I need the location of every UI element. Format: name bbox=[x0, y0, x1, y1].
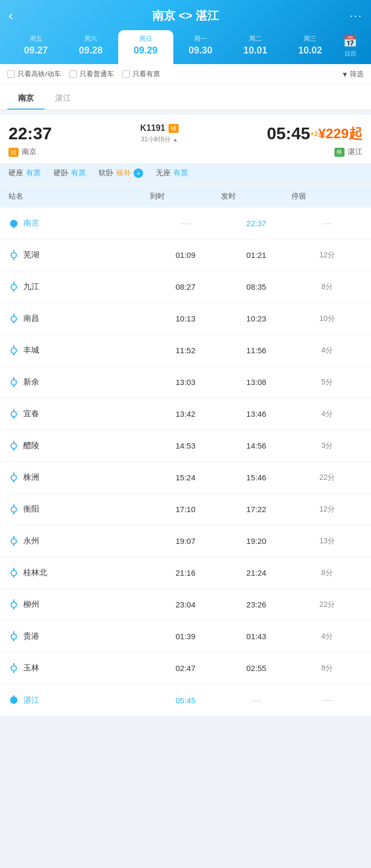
calendar-icon: 📅 bbox=[343, 34, 357, 48]
arrive-time-cell: 19:07 bbox=[150, 536, 221, 545]
dot-filled bbox=[10, 220, 17, 227]
depart-time-cell: ---- bbox=[221, 696, 292, 705]
filter-item[interactable]: 只看高铁/动车 bbox=[7, 69, 61, 79]
station-name-text: 贵港 bbox=[23, 631, 39, 641]
plus-circle[interactable]: + bbox=[134, 168, 143, 178]
filter-item[interactable]: 只看普通车 bbox=[69, 69, 114, 79]
dot-empty bbox=[11, 665, 17, 672]
arrive-time-cell: 05:45 bbox=[150, 696, 221, 705]
dot-empty bbox=[11, 443, 17, 449]
terminal-badge: 终 bbox=[334, 148, 344, 157]
filter-button[interactable]: ▼筛选 bbox=[341, 69, 364, 79]
depart-time-cell: 17:22 bbox=[221, 505, 292, 514]
date-tab-10.01[interactable]: 周二10.01 bbox=[228, 30, 283, 64]
station-name-col: 南昌 bbox=[8, 314, 150, 324]
arrive-time-cell: 10:13 bbox=[150, 314, 221, 323]
table-row: 永州19:0719:2013分 bbox=[0, 525, 371, 557]
station-name-text: 南昌 bbox=[23, 314, 39, 324]
table-row: 南昌10:1310:2310分 bbox=[0, 303, 371, 335]
station-name-col: 南京 bbox=[8, 218, 150, 228]
filter-icon: ▼ bbox=[341, 70, 348, 78]
train-card-top: 22:37 K1191 铺 31小时8分 ▲ 05:45+2 ¥229起 bbox=[8, 123, 363, 144]
depart-time-cell: 22:37 bbox=[221, 219, 292, 228]
header: ‹ 南京 <> 湛江 ··· 周五09.27周六09.28周日09.29周一09… bbox=[0, 0, 371, 64]
table-header-cell: 发时 bbox=[221, 192, 292, 201]
station-name-col: 新余 bbox=[8, 377, 150, 387]
train-middle: K1191 铺 31小时8分 ▲ bbox=[52, 123, 267, 144]
dot-empty bbox=[11, 379, 17, 386]
date-tab-09.30[interactable]: 周一09.30 bbox=[173, 30, 228, 64]
stay-time-cell: 10分 bbox=[292, 314, 363, 324]
arrive-time-cell: 17:10 bbox=[150, 505, 221, 514]
station-name-text: 九江 bbox=[23, 282, 39, 292]
table-row: 新余13:0313:085分 bbox=[0, 366, 371, 398]
arrive-time-cell: 01:09 bbox=[150, 250, 221, 259]
arrive-time-cell: 21:16 bbox=[150, 568, 221, 577]
terminal-station: 湛江 bbox=[348, 147, 363, 157]
arrive-time-cell: 13:03 bbox=[150, 378, 221, 387]
seat-item: 软卧候补+ bbox=[99, 168, 143, 178]
stay-time-cell: 8分 bbox=[292, 282, 363, 292]
date-tab-09.29[interactable]: 周日09.29 bbox=[118, 30, 173, 64]
station-name-text: 丰城 bbox=[23, 345, 39, 355]
arrive-time-cell: 11:52 bbox=[150, 346, 221, 355]
depart-time-cell: 15:46 bbox=[221, 473, 292, 482]
date-tab-09.28[interactable]: 周六09.28 bbox=[64, 30, 119, 64]
station-name-text: 宜春 bbox=[23, 409, 39, 419]
dir-tab-南京[interactable]: 南京 bbox=[7, 89, 45, 110]
stay-time-cell: 5分 bbox=[292, 378, 363, 387]
dot-empty bbox=[11, 252, 17, 258]
dir-tab-湛江[interactable]: 湛江 bbox=[45, 89, 82, 110]
station-name-text: 湛江 bbox=[23, 695, 39, 705]
dot-empty bbox=[11, 602, 17, 608]
dot-empty bbox=[11, 538, 17, 544]
station-name-col: 永州 bbox=[8, 536, 150, 546]
stay-time-cell: 13分 bbox=[292, 536, 363, 546]
dot-empty bbox=[11, 570, 17, 576]
filter-checkbox[interactable] bbox=[7, 70, 15, 78]
station-name-col: 丰城 bbox=[8, 345, 150, 355]
back-button[interactable]: ‹ bbox=[8, 7, 28, 24]
stay-time-cell: 12分 bbox=[292, 505, 363, 514]
depart-time-cell: 19:20 bbox=[221, 536, 292, 545]
table-row: 柳州23:0423:2622分 bbox=[0, 589, 371, 621]
station-section: 站名到时发时停留 南京----22:37----芜湖01:0901:2112分九… bbox=[0, 185, 371, 716]
date-tab-10.02[interactable]: 周三10.02 bbox=[283, 30, 338, 64]
arrive-time-block: 05:45+2 bbox=[267, 124, 318, 144]
dot-empty bbox=[11, 475, 17, 481]
dot-filled bbox=[10, 696, 17, 704]
table-row: 贵港01:3901:434分 bbox=[0, 621, 371, 652]
stay-time-cell: 22分 bbox=[292, 600, 363, 610]
station-name-text: 芜湖 bbox=[23, 250, 39, 260]
stay-time-cell: ---- bbox=[292, 696, 363, 704]
more-button[interactable]: ··· bbox=[343, 9, 363, 23]
train-number: K1191 bbox=[140, 123, 165, 133]
dot-empty bbox=[11, 411, 17, 417]
station-name-col: 桂林北 bbox=[8, 568, 150, 578]
calendar-tab[interactable]: 📅日历 bbox=[338, 30, 363, 64]
stay-time-cell: ---- bbox=[292, 219, 363, 228]
date-tab-09.27[interactable]: 周五09.27 bbox=[8, 30, 64, 64]
station-name-col: 贵港 bbox=[8, 631, 150, 641]
depart-time-cell: 11:56 bbox=[221, 346, 292, 355]
depart-time-cell: 01:21 bbox=[221, 250, 292, 259]
arrive-time: 05:45 bbox=[267, 124, 310, 143]
station-name-text: 新余 bbox=[23, 377, 39, 387]
table-row: 南京----22:37---- bbox=[0, 208, 371, 239]
seat-row: 硬座有票硬卧有票软卧候补+无座有票 bbox=[0, 163, 371, 183]
stay-time-cell: 4分 bbox=[292, 409, 363, 419]
station-name-col: 醴陵 bbox=[8, 441, 150, 451]
header-top: ‹ 南京 <> 湛江 ··· bbox=[8, 7, 363, 30]
filter-item[interactable]: 只看有票 bbox=[122, 69, 160, 79]
duration-row: 31小时8分 ▲ bbox=[141, 135, 178, 144]
station-name-text: 株洲 bbox=[23, 472, 39, 482]
table-row: 衡阳17:1017:2212分 bbox=[0, 494, 371, 525]
dot-empty bbox=[11, 316, 17, 322]
depart-time-cell: 08:35 bbox=[221, 282, 292, 291]
station-name-col: 玉林 bbox=[8, 663, 150, 673]
filter-checkbox[interactable] bbox=[69, 70, 77, 78]
train-card-bottom: 始 南京 终 湛江 bbox=[8, 147, 363, 157]
arrive-time-cell: 13:42 bbox=[150, 409, 221, 418]
duration-text: 31小时8分 bbox=[141, 135, 171, 144]
filter-checkbox[interactable] bbox=[122, 70, 130, 78]
